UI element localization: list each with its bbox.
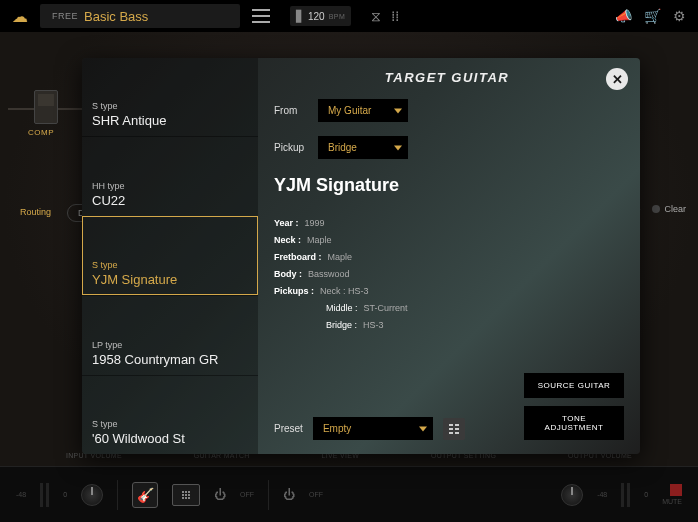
input-gain-knob[interactable] bbox=[81, 484, 103, 506]
guitar-name: SHR Antique bbox=[92, 113, 248, 128]
scale-lo: -48 bbox=[16, 491, 26, 498]
cable bbox=[8, 108, 34, 110]
clear-button[interactable]: Clear bbox=[652, 204, 686, 214]
guitar-type: S type bbox=[92, 101, 248, 111]
guitar-type: LP type bbox=[92, 340, 248, 350]
guitar-list-item[interactable]: LP type 1958 Countryman GR bbox=[82, 295, 258, 374]
preset-name: Basic Bass bbox=[84, 9, 228, 24]
guitar-name: YJM Signature bbox=[92, 272, 248, 287]
target-guitar-modal: S type SHR Antique HH type CU22 S type Y… bbox=[82, 58, 640, 454]
guitar-type: HH type bbox=[92, 181, 248, 191]
close-button[interactable]: ✕ bbox=[606, 68, 628, 90]
from-label: From bbox=[274, 105, 310, 116]
spec-value: Basswood bbox=[308, 269, 350, 279]
routing-pill[interactable]: Routing bbox=[10, 204, 61, 222]
guitar-list: S type SHR Antique HH type CU22 S type Y… bbox=[82, 58, 258, 454]
pedal-comp[interactable] bbox=[34, 90, 58, 124]
power-icon[interactable]: ⏻ bbox=[283, 488, 295, 502]
off-label: OFF bbox=[240, 491, 254, 498]
spec-key: Year bbox=[274, 218, 299, 228]
from-value: My Guitar bbox=[328, 105, 371, 116]
chevron-down-icon bbox=[394, 108, 402, 113]
loop-icon[interactable]: ⧖ bbox=[371, 8, 381, 25]
guitar-list-item[interactable]: S type '60 Wildwood St bbox=[82, 375, 258, 454]
guitar-match-thumb[interactable]: 🎸 bbox=[132, 482, 158, 508]
topbar: ☁ FREE Basic Bass ▋ 120 BPM ⧖ ⁞⁞ 📣 🛒 ⚙ bbox=[0, 0, 698, 32]
output-gain-knob[interactable] bbox=[561, 484, 583, 506]
scale-hi: 0 bbox=[63, 491, 67, 498]
preset-browser-button[interactable] bbox=[443, 418, 465, 440]
preset-label: Preset bbox=[274, 423, 303, 434]
source-guitar-button[interactable]: SOURCE GUITAR bbox=[524, 373, 624, 398]
mute-button[interactable] bbox=[670, 484, 682, 496]
spec-value: Maple bbox=[328, 252, 353, 262]
spec-key: Neck bbox=[274, 235, 301, 245]
modal-title: TARGET GUITAR bbox=[274, 70, 620, 85]
off-label: OFF bbox=[309, 491, 323, 498]
spec-key: Pickups bbox=[274, 286, 314, 296]
tuner-icon[interactable]: ⁞⁞ bbox=[391, 8, 399, 24]
liveview-box[interactable] bbox=[172, 484, 200, 506]
guitar-name: 1958 Countryman GR bbox=[92, 352, 248, 367]
guitar-list-item[interactable]: S type YJM Signature bbox=[82, 216, 258, 295]
preset-menu-icon[interactable] bbox=[252, 9, 270, 23]
spec-value: Maple bbox=[307, 235, 332, 245]
output-meter bbox=[621, 483, 630, 507]
mute-label: MUTE bbox=[662, 498, 682, 505]
spec-key: Fretboard bbox=[274, 252, 322, 262]
power-icon[interactable]: ⏻ bbox=[214, 488, 226, 502]
pickup-label: Pickup bbox=[274, 142, 310, 153]
cart-icon[interactable]: 🛒 bbox=[644, 8, 661, 24]
from-select[interactable]: My Guitar bbox=[318, 99, 408, 122]
chevron-down-icon bbox=[419, 426, 427, 431]
announce-icon[interactable]: 📣 bbox=[615, 8, 632, 24]
preset-select[interactable]: Empty bbox=[313, 417, 433, 440]
preset-selector[interactable]: FREE Basic Bass bbox=[40, 4, 240, 28]
scale-lo: -48 bbox=[597, 491, 607, 498]
guitar-name: '60 Wildwood St bbox=[92, 431, 248, 446]
cloud-icon[interactable]: ☁ bbox=[12, 7, 28, 26]
guitar-list-item[interactable]: S type SHR Antique bbox=[82, 58, 258, 136]
guitar-name: CU22 bbox=[92, 193, 248, 208]
guitar-detail-panel: TARGET GUITAR ✕ From My Guitar Pickup Br… bbox=[258, 58, 640, 454]
guitar-list-item[interactable]: HH type CU22 bbox=[82, 136, 258, 215]
spec-value: 1999 bbox=[305, 218, 325, 228]
pickup-value: Bridge bbox=[328, 142, 357, 153]
spec-key: Body bbox=[274, 269, 302, 279]
chevron-down-icon bbox=[394, 145, 402, 150]
bpm-value: 120 bbox=[308, 11, 325, 22]
divider bbox=[117, 480, 118, 510]
selected-guitar-name: YJM Signature bbox=[274, 175, 620, 196]
close-icon: ✕ bbox=[612, 72, 623, 87]
divider bbox=[268, 480, 269, 510]
pickup-select[interactable]: Bridge bbox=[318, 136, 408, 159]
preset-tag: FREE bbox=[52, 11, 78, 21]
minus-icon bbox=[652, 205, 660, 213]
bpm-label: BPM bbox=[329, 13, 346, 20]
scale-hi: 0 bbox=[644, 491, 648, 498]
gear-icon[interactable]: ⚙ bbox=[673, 8, 686, 24]
metronome-icon: ▋ bbox=[296, 10, 304, 23]
bpm-box[interactable]: ▋ 120 BPM bbox=[290, 6, 351, 26]
bottombar: -48 0 🎸 ⏻ OFF ⏻ OFF -48 0 MUTE bbox=[0, 466, 698, 522]
pedal-label: COMP bbox=[28, 128, 54, 137]
list-icon bbox=[449, 424, 459, 434]
tone-adjustment-button[interactable]: TONE ADJUSTMENT bbox=[524, 406, 624, 440]
input-meter bbox=[40, 483, 49, 507]
guitar-type: S type bbox=[92, 260, 248, 270]
spec-list: Year1999 NeckMaple FretboardMaple BodyBa… bbox=[274, 218, 620, 330]
guitar-type: S type bbox=[92, 419, 248, 429]
preset-value: Empty bbox=[323, 423, 351, 434]
